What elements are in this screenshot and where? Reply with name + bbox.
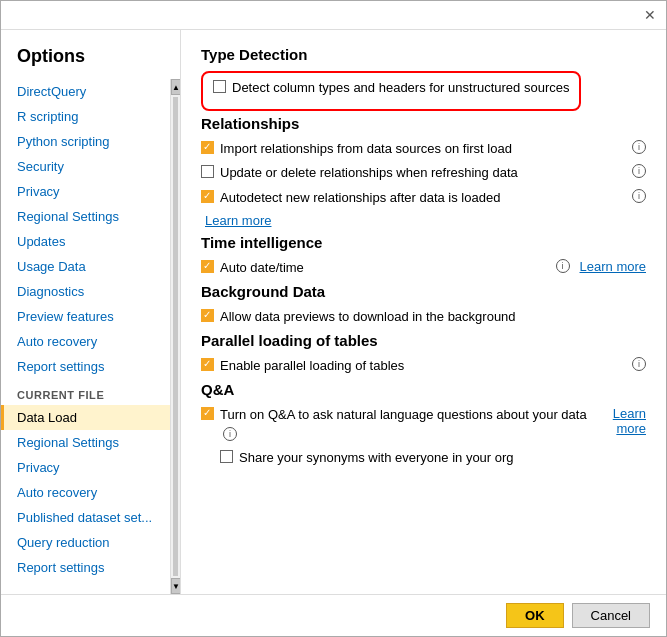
- time-intelligence-option1: Auto date/time i Learn more: [201, 259, 646, 277]
- sidebar-item-directquery[interactable]: DirectQuery: [1, 79, 170, 104]
- type-detection-checkbox[interactable]: [213, 80, 226, 93]
- sidebar: Options DirectQuery R scripting Python s…: [1, 30, 181, 594]
- dialog-body: Options DirectQuery R scripting Python s…: [1, 30, 666, 594]
- type-detection-highlight: Detect column types and headers for unst…: [201, 71, 581, 111]
- qna-learn-link[interactable]: Learn: [613, 406, 646, 421]
- background-data-title: Background Data: [201, 283, 646, 300]
- parallel-loading-title: Parallel loading of tables: [201, 332, 646, 349]
- sidebar-item-pythonscripting[interactable]: Python scripting: [1, 129, 170, 154]
- time-intelligence-title: Time intelligence: [201, 234, 646, 251]
- scroll-down-button[interactable]: ▼: [171, 578, 180, 594]
- relationships-info3[interactable]: i: [632, 189, 646, 203]
- qna-checkbox2[interactable]: [220, 450, 233, 463]
- type-detection-option1: Detect column types and headers for unst…: [213, 79, 569, 97]
- qna-section: Q&A Turn on Q&A to ask natural language …: [201, 381, 646, 473]
- relationships-option1: Import relationships from data sources o…: [201, 140, 646, 158]
- background-data-checkbox1[interactable]: [201, 309, 214, 322]
- time-intelligence-info1[interactable]: i: [556, 259, 570, 273]
- sidebar-item-cf-privacy[interactable]: Privacy: [1, 455, 170, 480]
- parallel-loading-section: Parallel loading of tables Enable parall…: [201, 332, 646, 375]
- qna-info1[interactable]: i: [223, 427, 237, 441]
- relationships-info2[interactable]: i: [632, 164, 646, 178]
- sidebar-item-updates[interactable]: Updates: [1, 229, 170, 254]
- section-label-currentfile: CURRENT FILE: [1, 379, 170, 405]
- sidebar-item-privacy[interactable]: Privacy: [1, 179, 170, 204]
- time-intelligence-section: Time intelligence Auto date/time i Learn…: [201, 234, 646, 277]
- parallel-loading-info1[interactable]: i: [632, 357, 646, 371]
- relationships-checkbox1[interactable]: [201, 141, 214, 154]
- sidebar-item-cf-autorecovery[interactable]: Auto recovery: [1, 480, 170, 505]
- scrollbar-area: DirectQuery R scripting Python scripting…: [1, 79, 180, 594]
- sidebar-item-security[interactable]: Security: [1, 154, 170, 179]
- relationships-learn-more[interactable]: Learn more: [205, 213, 271, 228]
- qna-option2: Share your synonyms with everyone in you…: [201, 449, 596, 467]
- sidebar-item-rscripting[interactable]: R scripting: [1, 104, 170, 129]
- qna-option1: Turn on Q&A to ask natural language ques…: [201, 406, 596, 442]
- cancel-button[interactable]: Cancel: [572, 603, 650, 628]
- qna-title: Q&A: [201, 381, 646, 398]
- parallel-loading-option1: Enable parallel loading of tables i: [201, 357, 646, 375]
- sidebar-item-dataload[interactable]: Data Load: [1, 405, 170, 430]
- sidebar-item-autorecovery[interactable]: Auto recovery: [1, 329, 170, 354]
- main-content: Type Detection Detect column types and h…: [181, 30, 666, 594]
- relationships-checkbox3[interactable]: [201, 190, 214, 203]
- relationships-section: Relationships Import relationships from …: [201, 115, 646, 228]
- parallel-loading-checkbox1[interactable]: [201, 358, 214, 371]
- options-dialog: ✕ Options DirectQuery R scripting Python…: [0, 0, 667, 637]
- scroll-up-button[interactable]: ▲: [171, 79, 180, 95]
- qna-checkbox1[interactable]: [201, 407, 214, 420]
- relationships-title: Relationships: [201, 115, 646, 132]
- type-detection-section: Type Detection Detect column types and h…: [201, 46, 646, 115]
- sidebar-item-cf-published[interactable]: Published dataset set...: [1, 505, 170, 530]
- background-data-option1: Allow data previews to download in the b…: [201, 308, 646, 326]
- qna-label1: Turn on Q&A to ask natural language ques…: [220, 406, 596, 442]
- time-intelligence-learn-more[interactable]: Learn more: [580, 259, 646, 274]
- type-detection-title: Type Detection: [201, 46, 646, 63]
- dialog-footer: OK Cancel: [1, 594, 666, 636]
- relationships-checkbox2[interactable]: [201, 165, 214, 178]
- scrollbar-track: ▲ ▼: [170, 79, 180, 594]
- sidebar-item-regionalsettings[interactable]: Regional Settings: [1, 204, 170, 229]
- background-data-label1: Allow data previews to download in the b…: [220, 308, 646, 326]
- titlebar: ✕: [1, 1, 666, 30]
- type-detection-label: Detect column types and headers for unst…: [232, 79, 569, 97]
- sidebar-item-cf-queryreduction[interactable]: Query reduction: [1, 530, 170, 555]
- relationships-option3: Autodetect new relationships after data …: [201, 189, 646, 207]
- qna-learn-more-links: Learn more: [596, 406, 646, 436]
- close-button[interactable]: ✕: [640, 5, 660, 25]
- time-intelligence-checkbox1[interactable]: [201, 260, 214, 273]
- relationships-label1: Import relationships from data sources o…: [220, 140, 623, 158]
- relationships-label2: Update or delete relationships when refr…: [220, 164, 623, 182]
- sidebar-item-reportsettings[interactable]: Report settings: [1, 354, 170, 379]
- sidebar-item-usagedata[interactable]: Usage Data: [1, 254, 170, 279]
- time-intelligence-label1: Auto date/time: [220, 259, 547, 277]
- sidebar-title: Options: [1, 40, 180, 79]
- sidebar-item-cf-regional[interactable]: Regional Settings: [1, 430, 170, 455]
- ok-button[interactable]: OK: [506, 603, 564, 628]
- parallel-loading-label1: Enable parallel loading of tables: [220, 357, 623, 375]
- relationships-option2: Update or delete relationships when refr…: [201, 164, 646, 182]
- relationships-info1[interactable]: i: [632, 140, 646, 154]
- background-data-section: Background Data Allow data previews to d…: [201, 283, 646, 326]
- qna-more-link[interactable]: more: [616, 421, 646, 436]
- qna-label2: Share your synonyms with everyone in you…: [239, 449, 596, 467]
- relationships-label3: Autodetect new relationships after data …: [220, 189, 623, 207]
- scroll-thumb[interactable]: [173, 97, 178, 576]
- sidebar-item-diagnostics[interactable]: Diagnostics: [1, 279, 170, 304]
- sidebar-item-previewfeatures[interactable]: Preview features: [1, 304, 170, 329]
- sidebar-item-cf-reportsettings[interactable]: Report settings: [1, 555, 170, 580]
